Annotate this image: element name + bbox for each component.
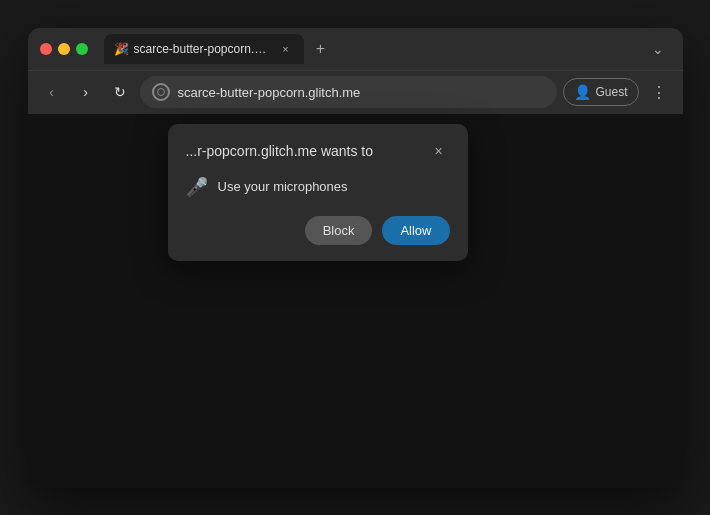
more-options-button[interactable]: ⋮ — [645, 78, 673, 106]
reload-button[interactable]: ↻ — [106, 78, 134, 106]
site-security-icon — [152, 83, 170, 101]
minimize-window-button[interactable] — [58, 43, 70, 55]
profile-icon: 👤 — [574, 84, 591, 100]
address-bar[interactable]: scarce-butter-popcorn.glitch.me — [140, 76, 558, 108]
forward-button[interactable]: › — [72, 78, 100, 106]
permission-popup: ...r-popcorn.glitch.me wants to × 🎤 Use … — [168, 124, 468, 261]
title-bar: 🎉 scarce-butter-popcorn.glitch... × + ⌄ — [28, 28, 683, 70]
nav-bar: ‹ › ↻ scarce-butter-popcorn.glitch.me 👤 … — [28, 70, 683, 114]
popup-header: ...r-popcorn.glitch.me wants to × — [186, 140, 450, 162]
browser-window: 🎉 scarce-butter-popcorn.glitch... × + ⌄ … — [28, 28, 683, 488]
traffic-lights — [40, 43, 88, 55]
popup-title: ...r-popcorn.glitch.me wants to — [186, 143, 374, 159]
close-window-button[interactable] — [40, 43, 52, 55]
back-button[interactable]: ‹ — [38, 78, 66, 106]
tab-favicon-icon: 🎉 — [114, 42, 128, 56]
active-tab[interactable]: 🎉 scarce-butter-popcorn.glitch... × — [104, 34, 304, 64]
profile-label: Guest — [595, 85, 627, 99]
block-button[interactable]: Block — [305, 216, 373, 245]
content-area: ...r-popcorn.glitch.me wants to × 🎤 Use … — [28, 114, 683, 488]
address-text: scarce-butter-popcorn.glitch.me — [178, 85, 546, 100]
tab-expand-button[interactable]: ⌄ — [645, 36, 671, 62]
allow-button[interactable]: Allow — [382, 216, 449, 245]
tab-close-button[interactable]: × — [278, 41, 294, 57]
new-tab-button[interactable]: + — [308, 36, 334, 62]
tab-title: scarce-butter-popcorn.glitch... — [134, 42, 272, 56]
maximize-window-button[interactable] — [76, 43, 88, 55]
tab-bar: 🎉 scarce-butter-popcorn.glitch... × + ⌄ — [104, 34, 671, 64]
microphone-icon: 🎤 — [186, 176, 208, 198]
popup-permission-row: 🎤 Use your microphones — [186, 176, 450, 198]
popup-actions: Block Allow — [186, 216, 450, 245]
popup-close-button[interactable]: × — [428, 140, 450, 162]
permission-text: Use your microphones — [218, 179, 348, 194]
profile-button[interactable]: 👤 Guest — [563, 78, 638, 106]
